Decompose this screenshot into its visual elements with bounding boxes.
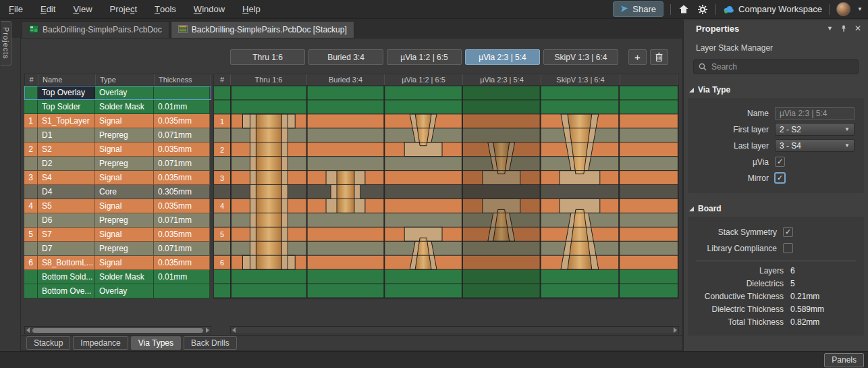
stackup-row[interactable]: 1S1_TopLayerSignal0.035mm xyxy=(24,114,211,128)
stackup-row[interactable]: 2S2Signal0.035mm xyxy=(24,142,211,157)
search-placeholder: Search xyxy=(711,62,737,72)
uvia-checkbox[interactable]: ✓ xyxy=(775,157,785,167)
column-header: # xyxy=(25,74,38,85)
cross-section-column-header: µVia 1:2 | 6:5 xyxy=(385,74,463,85)
stat-label: Total Thickness xyxy=(695,317,784,327)
bottom-tab-divider xyxy=(21,335,682,336)
chevron-down-icon[interactable]: ▼ xyxy=(857,6,863,12)
bottom-tab-impedance[interactable]: Impedance xyxy=(73,336,128,350)
close-icon[interactable]: ✕ xyxy=(855,24,861,33)
cell-thick xyxy=(154,284,210,298)
first-layer-select[interactable]: 2 - S2▼ xyxy=(775,123,855,136)
cross-section: #Thru 1:6Buried 3:4µVia 1:2 | 6:5µVia 2:… xyxy=(213,74,679,299)
section-expand-icon xyxy=(689,88,694,93)
panel-title: Properties xyxy=(696,24,827,34)
via-name-field[interactable]: µVia 2:3 | 5:4 xyxy=(775,107,855,120)
cell-type: Prepreg xyxy=(95,213,154,228)
stackup-row[interactable]: D1Prepreg0.071mm xyxy=(24,128,211,142)
stackup-row[interactable]: 3S4Signal0.035mm xyxy=(24,171,211,185)
board-stat-row: Layers6 xyxy=(695,266,857,275)
cell-name: Top Overlay xyxy=(38,86,95,100)
cross-section-column-header: Buried 3:4 xyxy=(307,74,385,85)
doc-tab[interactable]: BackDrilling-SimplePairs.PcbDoc xyxy=(22,21,169,38)
library-compliance-checkbox[interactable] xyxy=(783,243,793,253)
cell-num xyxy=(24,185,38,199)
menu-help[interactable]: Help xyxy=(234,0,269,18)
section-title: Board xyxy=(698,204,722,213)
stack-symmetry-checkbox[interactable]: ✓ xyxy=(783,227,793,237)
cell-thick: 0.035mm xyxy=(154,199,210,213)
cell-thick: 0.035mm xyxy=(154,114,210,128)
menu-project[interactable]: Project xyxy=(101,0,146,18)
right-horizontal-scrollbar[interactable] xyxy=(230,326,679,334)
stat-value: 0.21mm xyxy=(790,292,819,301)
cell-num xyxy=(24,100,38,114)
svg-text:1: 1 xyxy=(220,117,224,126)
doc-tab-active[interactable]: BackDrilling-SimplePairs.PcbDoc [Stackup… xyxy=(171,21,354,38)
svg-text:3: 3 xyxy=(220,174,224,182)
stackup-cross-section-svg[interactable]: 123456 xyxy=(213,86,679,299)
scroll-right-arrow[interactable] xyxy=(674,327,677,333)
panel-menu-icon[interactable]: ▼ xyxy=(827,25,833,32)
menubar-right: Share Company Workspace ▼ xyxy=(613,1,868,17)
pin-icon[interactable] xyxy=(840,24,848,33)
scroll-right-arrow[interactable] xyxy=(206,327,209,333)
properties-header: Properties ▼ ✕ xyxy=(684,20,868,36)
menu-file[interactable]: File xyxy=(0,0,32,18)
menu-items: FileEditViewProjectToolsWindowHelp xyxy=(0,0,269,18)
via-type-section-header[interactable]: Via Type xyxy=(689,85,863,95)
stat-value: 0.589mm xyxy=(790,305,824,314)
board-section-header[interactable]: Board xyxy=(689,204,863,213)
share-label: Share xyxy=(632,4,656,14)
bottom-tab-via-types[interactable]: Via Types xyxy=(131,336,181,350)
share-button[interactable]: Share xyxy=(613,1,663,17)
stackup-row[interactable]: 6S8_BottomL...Signal0.035mm xyxy=(24,256,211,270)
workspace-button[interactable]: Company Workspace xyxy=(723,4,822,14)
cell-name: Top Solder xyxy=(38,100,95,114)
projects-panel-tab[interactable]: Projects xyxy=(1,21,11,65)
stackup-row[interactable]: D6Prepreg0.071mm xyxy=(24,213,211,228)
scrollbar-thumb[interactable] xyxy=(32,328,203,333)
stackup-icon xyxy=(178,25,188,35)
via-type-tab[interactable]: Buried 3:4 xyxy=(308,49,383,65)
gear-icon[interactable] xyxy=(697,3,709,16)
stackup-row[interactable]: D4Core0.305mm xyxy=(24,185,211,199)
stackup-row[interactable]: D7Prepreg0.071mm xyxy=(24,242,211,256)
avatar[interactable] xyxy=(836,2,850,16)
trash-icon xyxy=(655,53,663,61)
bottom-tab-back-drills[interactable]: Back Drills xyxy=(184,336,237,350)
menu-window[interactable]: Window xyxy=(185,0,234,18)
last-layer-select[interactable]: 3 - S4▼ xyxy=(775,139,855,152)
menu-view[interactable]: View xyxy=(64,0,101,18)
cell-num xyxy=(24,270,38,284)
stackup-row[interactable]: Top OverlayOverlay xyxy=(24,86,211,100)
stackup-row[interactable]: D2Prepreg0.071mm xyxy=(24,157,211,171)
via-type-tab[interactable]: SkipV 1:3 | 6:4 xyxy=(543,49,618,65)
scroll-left-arrow[interactable] xyxy=(232,327,236,333)
panels-button[interactable]: Panels xyxy=(824,353,864,367)
left-horizontal-scrollbar[interactable] xyxy=(24,326,211,334)
stackup-row[interactable]: Bottom Sold...Solder Mask0.01mm xyxy=(24,270,211,284)
menu-tools[interactable]: Tools xyxy=(146,0,185,18)
library-compliance-label: Library Compliance xyxy=(695,244,777,253)
search-input[interactable]: Search xyxy=(693,59,859,74)
menu-edit[interactable]: Edit xyxy=(32,0,64,18)
bottom-tab-stackup[interactable]: Stackup xyxy=(26,336,70,350)
altium-layer-stack-manager-window: FileEditViewProjectToolsWindowHelp Share… xyxy=(0,0,868,368)
stackup-row[interactable]: 4S5Signal0.035mm xyxy=(24,199,211,213)
scroll-left-arrow[interactable] xyxy=(26,327,30,333)
cell-num: 3 xyxy=(24,171,38,185)
via-type-tab[interactable]: µVia 1:2 | 6:5 xyxy=(387,49,462,65)
cell-type: Signal xyxy=(95,256,154,270)
via-type-tab[interactable]: µVia 2:3 | 5:4 xyxy=(465,49,540,65)
stackup-row[interactable]: Top SolderSolder Mask0.01mm xyxy=(24,100,211,114)
stackup-row[interactable]: Bottom Ove...Overlay xyxy=(24,284,211,298)
mirror-checkbox[interactable]: ✓ xyxy=(775,173,785,183)
home-icon[interactable] xyxy=(678,3,690,16)
delete-via-type-button[interactable] xyxy=(650,49,668,65)
cell-name: D6 xyxy=(38,213,95,228)
via-type-tab[interactable]: Thru 1:6 xyxy=(230,49,305,65)
stackup-row[interactable]: 5S7Signal0.035mm xyxy=(24,228,211,242)
cloud-icon xyxy=(723,5,734,14)
add-via-type-button[interactable]: + xyxy=(628,49,647,65)
